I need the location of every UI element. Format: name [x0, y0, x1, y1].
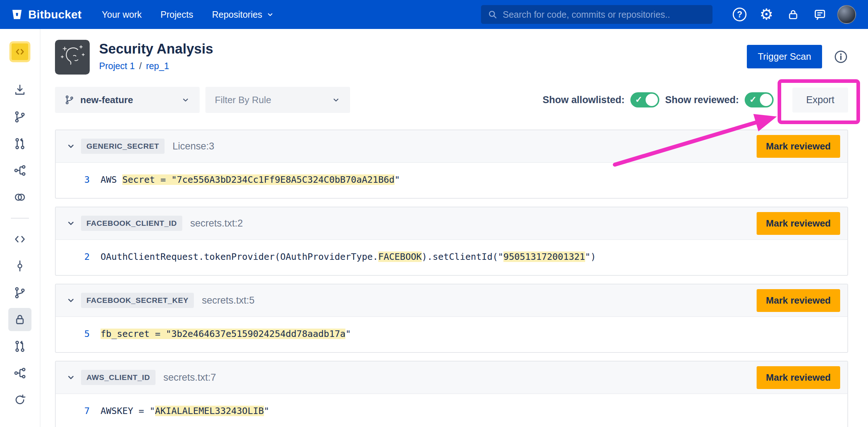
rule-badge: FACEBOOK_CLIENT_ID — [81, 216, 182, 231]
collapse-chevron-icon[interactable] — [63, 138, 79, 154]
mark-reviewed-button[interactable]: Mark reviewed — [757, 212, 840, 235]
sidebar-item-clone[interactable] — [8, 79, 31, 102]
finding-header: FACEBOOK_CLIENT_ID secrets.txt:2 Mark re… — [56, 207, 847, 240]
bitbucket-logo[interactable]: Bitbucket — [11, 8, 82, 21]
finding-card: GENERIC_SECRET License:3 Mark reviewed 3… — [55, 130, 848, 199]
code-text: " — [264, 406, 269, 416]
show-allowlisted-toggle[interactable]: ✓ — [630, 92, 659, 107]
pull-requests-icon — [13, 340, 26, 353]
collapse-chevron-icon[interactable] — [63, 369, 79, 385]
sidebar-item-security[interactable] — [8, 308, 31, 331]
repo-avatar[interactable] — [9, 41, 30, 62]
settings-button[interactable]: ⚙ — [756, 4, 777, 25]
commits-icon — [13, 259, 26, 272]
sync-icon — [13, 393, 26, 406]
pipelines-icon — [13, 164, 26, 177]
breadcrumb-repo-link[interactable]: rep_1 — [146, 61, 169, 71]
breadcrumb-project-link[interactable]: Project 1 — [99, 61, 135, 71]
mark-reviewed-button[interactable]: Mark reviewed — [757, 135, 840, 158]
sidebar-divider — [11, 218, 29, 219]
filter-toolbar: new-feature Filter By Rule Show allowlis… — [55, 87, 848, 113]
code-text: AWS — [101, 174, 122, 185]
forks-icon — [13, 367, 26, 380]
sidebar-item-deployments[interactable] — [8, 186, 31, 209]
header-actions: Trigger Scan — [747, 40, 848, 68]
nav-projects[interactable]: Projects — [161, 9, 193, 20]
rule-badge: AWS_CLIENT_ID — [81, 370, 156, 385]
pull-request-icon — [13, 137, 26, 150]
secret-highlight: fb_secret = "3b2e464637e5159024254dd78aa… — [101, 329, 345, 339]
gear-icon: ⚙ — [760, 7, 773, 22]
feedback-button[interactable] — [809, 4, 830, 25]
collapse-chevron-icon[interactable] — [63, 292, 79, 308]
export-button[interactable]: Export — [792, 88, 848, 113]
chevron-down-icon — [331, 95, 341, 105]
finding-code: 2 OAuthClientRequest.tokenProvider(OAuth… — [56, 240, 847, 275]
sidebar-item-branches[interactable] — [8, 281, 31, 304]
code-line: fb_secret = "3b2e464637e5159024254dd78aa… — [101, 329, 351, 339]
nav-repositories[interactable]: Repositories — [212, 9, 275, 20]
source-code-icon — [13, 233, 26, 246]
project-avatar — [55, 40, 90, 75]
collapse-chevron-icon[interactable] — [63, 215, 79, 231]
sidebar-item-source[interactable] — [8, 228, 31, 251]
top-navbar: Bitbucket Your work Projects Repositorie… — [0, 0, 868, 29]
sidebar-item-pull-request[interactable] — [8, 132, 31, 155]
secret-highlight: Secret = "7ce556A3bD234Cc1Ff9E8A5C324C0b… — [122, 174, 395, 185]
sidebar-item-pull-requests-2[interactable] — [8, 335, 31, 358]
branch-selector-value: new-feature — [80, 94, 133, 106]
bitbucket-bucket-icon — [11, 8, 23, 21]
mark-reviewed-button[interactable]: Mark reviewed — [757, 289, 840, 312]
code-text: ).setClientId(" — [422, 251, 503, 262]
line-number: 5 — [75, 329, 90, 339]
branch-selector-dropdown[interactable]: new-feature — [55, 87, 200, 113]
finding-header: FACEBOOK_SECRET_KEY secrets.txt:5 Mark r… — [56, 284, 847, 317]
finding-card: AWS_CLIENT_ID secrets.txt:7 Mark reviewe… — [55, 361, 848, 427]
mark-reviewed-button[interactable]: Mark reviewed — [757, 366, 840, 389]
check-icon: ✓ — [749, 94, 757, 105]
security-lock-icon — [13, 313, 26, 326]
security-nav-button[interactable] — [783, 4, 804, 25]
primary-nav: Your work Projects Repositories — [102, 9, 275, 20]
rule-badge: GENERIC_SECRET — [81, 139, 165, 154]
help-icon: ? — [733, 8, 746, 21]
nav-your-work[interactable]: Your work — [102, 9, 142, 20]
finding-location: secrets.txt:2 — [190, 218, 243, 229]
sidebar-item-forks[interactable] — [8, 362, 31, 385]
findings-list: GENERIC_SECRET License:3 Mark reviewed 3… — [55, 130, 848, 427]
trigger-scan-button[interactable]: Trigger Scan — [747, 45, 822, 68]
sidebar-item-sync[interactable] — [8, 388, 31, 411]
sidebar-item-commits[interactable] — [8, 254, 31, 278]
finding-code: 7 AWSKEY = "AKIALALEMEL33243OLIB" — [56, 394, 847, 427]
code-text: OAuthClientRequest.tokenProvider(OAuthPr… — [101, 251, 378, 262]
code-line: AWSKEY = "AKIALALEMEL33243OLIB" — [101, 406, 269, 416]
info-icon[interactable] — [834, 50, 848, 64]
sidebar-item-pipelines[interactable] — [8, 159, 31, 182]
finding-location: License:3 — [173, 141, 214, 152]
secret-highlight: AKIALALEMEL33243OLIB — [155, 406, 264, 416]
code-text: ") — [585, 251, 596, 262]
user-avatar — [837, 5, 856, 24]
chevron-down-icon — [266, 10, 275, 19]
finding-header: GENERIC_SECRET License:3 Mark reviewed — [56, 130, 847, 163]
deployments-icon — [13, 191, 26, 204]
global-search[interactable] — [481, 5, 712, 24]
clone-icon — [13, 84, 26, 97]
check-icon: ✓ — [635, 94, 642, 105]
search-input[interactable] — [503, 9, 706, 20]
rule-filter-placeholder: Filter By Rule — [215, 94, 271, 106]
rule-filter-dropdown[interactable]: Filter By Rule — [205, 87, 350, 113]
feedback-icon — [813, 8, 826, 21]
show-reviewed-toggle[interactable]: ✓ — [745, 92, 774, 107]
chevron-down-icon — [181, 95, 190, 105]
profile-button[interactable] — [836, 4, 857, 25]
breadcrumb: Project 1 / rep_1 — [99, 61, 213, 71]
page-header: Security Analysis Project 1 / rep_1 Trig… — [55, 40, 848, 75]
help-button[interactable]: ? — [729, 4, 750, 25]
finding-code: 3 AWS Secret = "7ce556A3bD234Cc1Ff9E8A5C… — [56, 163, 847, 198]
finding-card: FACEBOOK_CLIENT_ID secrets.txt:2 Mark re… — [55, 207, 848, 276]
show-allowlisted-label: Show allowlisted: — [542, 94, 625, 106]
sidebar-item-branch[interactable] — [8, 105, 31, 128]
branches-icon — [13, 286, 26, 299]
line-number: 7 — [75, 406, 90, 416]
